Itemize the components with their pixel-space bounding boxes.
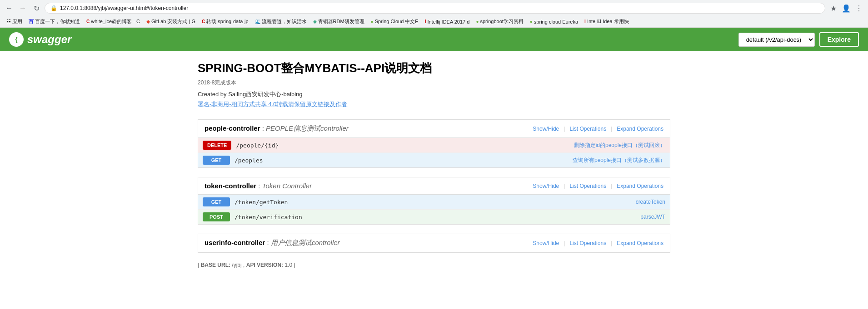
expand-operations-link[interactable]: Expand Operations — [617, 126, 663, 132]
show-hide-link[interactable]: Show/Hide — [533, 240, 559, 246]
api-version: 2018-8完成版本 — [198, 79, 670, 87]
endpoint-row[interactable]: POST/token/verificationparseJWT — [198, 210, 670, 224]
api-license-link[interactable]: 署名-非商用-相同方式共享 4.0转载清保留原文链接及作者 — [198, 100, 670, 108]
rdm-icon: ◆ — [313, 19, 317, 24]
explore-button[interactable]: Explore — [819, 32, 859, 47]
idea-icon: I — [425, 19, 426, 24]
address-bar[interactable]: 🔒 127.0.0.1:8088/yjbj/swagger-ui.html#/t… — [45, 3, 825, 14]
method-badge-get[interactable]: GET — [203, 197, 230, 206]
controller-desc: PEOPLE信息测试controller — [266, 124, 349, 132]
controller-name: token-controller — [205, 182, 256, 190]
api-title: SPRING-BOOT整合MYBATIS--API说明文档 — [198, 60, 670, 76]
bookmark-rdm[interactable]: ◆ 青铜器RDM研发管理 — [310, 17, 367, 26]
bookmark-spring-cloud[interactable]: ● Spring Cloud 中文E — [368, 17, 421, 26]
flow-icon: 🌊 — [255, 19, 260, 24]
controller-actions-token-controller: Show/Hide | List Operations | Expand Ope… — [533, 183, 663, 189]
method-badge-delete[interactable]: DELETE — [203, 141, 231, 150]
bookmark-baidu[interactable]: 百 百度一下，你就知道 — [26, 17, 83, 26]
controller-title-people-controller: people-controller : PEOPLE信息测试controller — [205, 124, 349, 133]
bookmarks-bar: ☷ 应用 百 百度一下，你就知道 C white_ice@的博客 - C ◆ G… — [0, 16, 868, 27]
method-badge-post[interactable]: POST — [203, 212, 230, 221]
separator: | — [611, 126, 612, 132]
endpoint-desc: parseJWT — [640, 214, 665, 220]
controller-header-people-controller: people-controller : PEOPLE信息测试controller… — [198, 120, 670, 138]
bookmark-springboot[interactable]: ● springboot学习资料 — [473, 17, 526, 26]
endpoint-desc: 查询所有people接口（测试多数据源） — [573, 157, 665, 164]
endpoint-row[interactable]: GET/token/getTokencreateToken — [198, 195, 670, 210]
bookmark-label: 应用 — [12, 18, 22, 25]
spring3-icon: ● — [530, 19, 533, 24]
spring-icon: ● — [371, 19, 374, 24]
list-operations-link[interactable]: List Operations — [569, 183, 606, 189]
bookmark-label: 青铜器RDM研发管理 — [318, 18, 364, 25]
bookmark-label: IntelliJ Idea 常用快 — [587, 18, 629, 25]
base-url-label: BASE URL: — [201, 262, 230, 268]
endpoint-row[interactable]: GET/peoples查询所有people接口（测试多数据源） — [198, 153, 670, 167]
bookmark-csdn[interactable]: C white_ice@的博客 - C — [84, 17, 143, 26]
controller-people-controller: people-controller : PEOPLE信息测试controller… — [198, 119, 670, 168]
endpoint-path: /peoples — [234, 157, 568, 164]
controller-userinfo-controller: userinfo-controller : 用户信息测试controller S… — [198, 234, 670, 253]
endpoint-desc: 删除指定id的people接口（测试回滚） — [574, 142, 665, 149]
show-hide-link[interactable]: Show/Hide — [533, 183, 559, 189]
url-text: 127.0.0.1:8088/yjbj/swagger-ui.html#/tok… — [60, 5, 188, 11]
bookmark-flow[interactable]: 🌊 流程管道，知识活水 — [252, 17, 309, 26]
controller-name: people-controller — [205, 124, 260, 132]
browser-chrome: ← → ↻ 🔒 127.0.0.1:8088/yjbj/swagger-ui.h… — [0, 0, 868, 28]
bookmark-spring-data[interactable]: C 转载 spring-data-jp — [199, 17, 251, 26]
gitlab-icon: ◆ — [146, 19, 150, 24]
bookmark-label: white_ice@的博客 - C — [91, 18, 140, 25]
bookmark-apps[interactable]: ☷ 应用 — [4, 17, 25, 26]
bookmark-label: springboot学习资料 — [480, 18, 523, 25]
separator: | — [564, 126, 565, 132]
bookmark-label: GitLab 安装方式 | G — [151, 18, 195, 25]
bookmark-label: Spring Cloud 中文E — [375, 18, 419, 25]
swagger-controls: default (/v2/api-docs) Explore — [738, 32, 859, 47]
lock-icon: 🔒 — [50, 5, 57, 11]
separator: | — [564, 183, 565, 189]
separator: | — [611, 183, 612, 189]
csdn2-icon: C — [202, 19, 205, 24]
api-version-value: 1.0 — [284, 262, 292, 268]
controllers-container: people-controller : PEOPLE信息测试controller… — [198, 119, 670, 253]
controller-header-userinfo-controller: userinfo-controller : 用户信息测试controller S… — [198, 234, 670, 252]
menu-button[interactable]: ⋮ — [853, 3, 864, 14]
expand-operations-link[interactable]: Expand Operations — [617, 183, 663, 189]
baidu-icon: 百 — [29, 18, 34, 25]
forward-button[interactable]: → — [17, 3, 28, 14]
endpoint-path: /token/getToken — [234, 199, 631, 206]
swagger-logo: { swagger — [9, 32, 71, 47]
back-button[interactable]: ← — [4, 3, 15, 14]
expand-operations-link[interactable]: Expand Operations — [617, 240, 663, 246]
bookmark-eureka[interactable]: ● spring cloud Eureka — [527, 18, 581, 25]
endpoint-row[interactable]: DELETE/people/{id}删除指定id的people接口（测试回滚） — [198, 138, 670, 153]
endpoint-path: /people/{id} — [236, 142, 569, 149]
show-hide-link[interactable]: Show/Hide — [533, 126, 559, 132]
method-badge-get[interactable]: GET — [203, 156, 230, 165]
bookmark-idea[interactable]: I Intellij IDEA 2017 d — [422, 18, 473, 25]
spring2-icon: ● — [476, 19, 479, 24]
reload-button[interactable]: ↻ — [31, 3, 42, 14]
account-button[interactable]: 👤 — [841, 3, 852, 14]
endpoint-path: /token/verification — [234, 214, 636, 221]
browser-actions: ★ 👤 ⋮ — [828, 3, 864, 14]
base-url-value: /yjbj — [232, 262, 241, 268]
controller-title-token-controller: token-controller : Token Controller — [205, 182, 312, 190]
separator: | — [564, 240, 565, 246]
bookmark-idea2[interactable]: I IntelliJ Idea 常用快 — [582, 17, 631, 26]
browser-toolbar: ← → ↻ 🔒 127.0.0.1:8088/yjbj/swagger-ui.h… — [0, 0, 868, 16]
endpoint-desc: createToken — [636, 199, 665, 205]
controller-name: userinfo-controller — [205, 239, 265, 246]
api-created: Created by Sailing西安研发中心-baibing — [198, 90, 670, 98]
api-selector[interactable]: default (/v2/api-docs) — [738, 33, 815, 47]
controller-desc: 用户信息测试controller — [271, 239, 340, 246]
separator: | — [611, 240, 612, 246]
list-operations-link[interactable]: List Operations — [569, 126, 606, 132]
bookmark-star-button[interactable]: ★ — [828, 3, 839, 14]
swagger-logo-icon: { — [9, 32, 24, 47]
swagger-logo-text: swagger — [27, 33, 71, 46]
controller-header-token-controller: token-controller : Token Controller Show… — [198, 177, 670, 195]
list-operations-link[interactable]: List Operations — [569, 240, 606, 246]
bookmark-gitlab[interactable]: ◆ GitLab 安装方式 | G — [144, 17, 198, 26]
controller-token-controller: token-controller : Token Controller Show… — [198, 177, 670, 225]
